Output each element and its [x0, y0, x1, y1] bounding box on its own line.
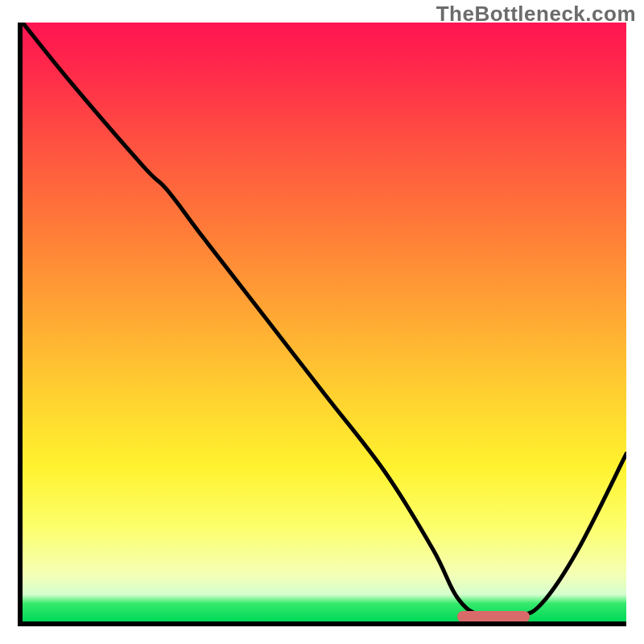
optimal-range-marker	[457, 611, 530, 622]
chart-stage: TheBottleneck.com	[0, 0, 644, 644]
plot-area	[18, 23, 626, 626]
watermark-text: TheBottleneck.com	[436, 2, 636, 27]
curve-layer	[23, 23, 626, 621]
bottleneck-curve	[23, 23, 626, 617]
